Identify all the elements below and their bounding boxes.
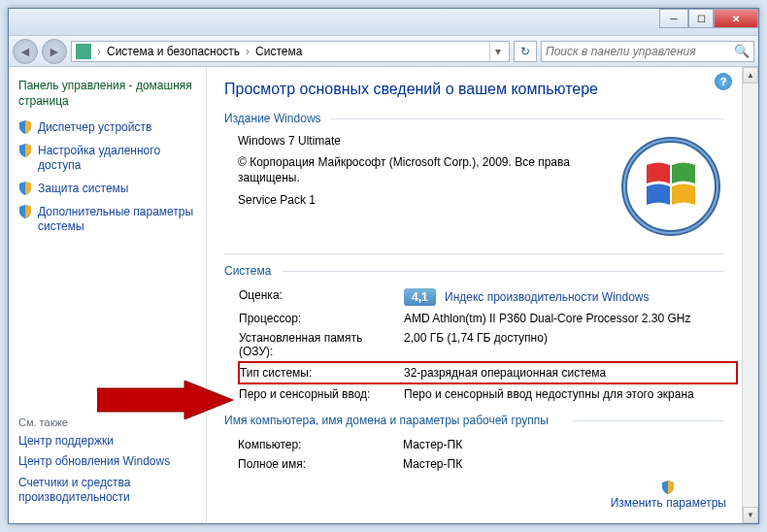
system-properties-window: ─ ☐ ✕ ◄ ► › Система и безопасность › Сис… [8, 8, 759, 524]
row-ram: Установленная память (ОЗУ): 2,00 ГБ (1,7… [239, 328, 737, 362]
chevron-right-icon: › [95, 45, 103, 58]
sidebar: Панель управления - домашняя страница Ди… [9, 67, 207, 523]
pen-touch-value: Перо и сенсорный ввод недоступны для это… [404, 383, 737, 404]
system-type-value: 32-разрядная операционная система [404, 362, 737, 383]
row-pen-touch: Перо и сенсорный ввод: Перо и сенсорный … [239, 383, 737, 404]
control-panel-icon [76, 44, 91, 59]
shield-icon [18, 182, 32, 195]
refresh-button[interactable]: ↻ [514, 41, 537, 62]
chevron-right-icon: › [244, 45, 251, 58]
sidebar-device-manager[interactable]: Диспетчер устройств [18, 120, 196, 136]
performance-index-link[interactable]: Индекс производительности Windows [445, 290, 649, 304]
shield-icon [18, 205, 32, 218]
page-title: Просмотр основных сведений о вашем компь… [224, 81, 724, 98]
sidebar-link-label: Защита системы [38, 182, 128, 197]
window-controls: ─ ☐ ✕ [659, 9, 758, 28]
row-system-type: Тип системы: 32-разрядная операционная с… [239, 362, 737, 383]
fullname-label: Полное имя: [238, 454, 403, 474]
scroll-up-button[interactable]: ▲ [743, 67, 758, 83]
change-settings-link[interactable]: Изменить параметры [611, 481, 726, 510]
computer-value: Мастер-ПК [403, 435, 738, 454]
control-panel-home-link[interactable]: Панель управления - домашняя страница [18, 79, 196, 109]
ram-label: Установленная память (ОЗУ): [239, 328, 404, 362]
maximize-button[interactable]: ☐ [688, 9, 714, 28]
system-properties-table: Оценка: 4,1 Индекс производительности Wi… [238, 285, 738, 404]
breadcrumb-dropdown[interactable]: ▾ [489, 42, 505, 61]
computer-label: Компьютер: [238, 435, 403, 454]
fullname-value: Мастер-ПК [403, 454, 738, 474]
sidebar-system-protection[interactable]: Защита системы [18, 182, 196, 197]
help-button[interactable]: ? [715, 73, 732, 90]
sidebar-performance-tools[interactable]: Счетчики и средства производительности [18, 476, 196, 506]
shield-icon [18, 144, 32, 157]
sidebar-link-label: Диспетчер устройств [38, 120, 151, 136]
search-box[interactable]: 🔍 [541, 41, 754, 62]
search-icon: 🔍 [734, 44, 750, 58]
minimize-button[interactable]: ─ [659, 9, 688, 28]
processor-label: Процессор: [239, 309, 404, 328]
rating-label: Оценка: [239, 285, 404, 309]
processor-value: AMD Athlon(tm) II P360 Dual-Core Process… [404, 309, 737, 328]
change-settings-label: Изменить параметры [611, 496, 726, 510]
shield-icon [661, 481, 675, 494]
row-processor: Процессор: AMD Athlon(tm) II P360 Dual-C… [239, 309, 737, 328]
windows-logo [617, 133, 724, 240]
search-input[interactable] [546, 45, 734, 58]
group-windows-edition: Издание Windows [224, 112, 724, 125]
group-system: Система [224, 264, 724, 278]
sidebar-remote-settings[interactable]: Настройка удаленного доступа [18, 144, 196, 174]
svg-point-1 [624, 140, 717, 233]
windows-edition: Windows 7 Ultimate [238, 133, 598, 149]
breadcrumb-security[interactable]: Система и безопасность [107, 45, 240, 58]
rating-badge: 4,1 [404, 288, 436, 306]
ram-value: 2,00 ГБ (1,74 ГБ доступно) [404, 328, 737, 362]
close-button[interactable]: ✕ [714, 9, 758, 28]
computer-name-table: Компьютер: Мастер-ПК Полное имя: Мастер-… [238, 435, 738, 474]
service-pack: Service Pack 1 [238, 192, 598, 208]
sidebar-action-center[interactable]: Центр поддержки [18, 434, 196, 449]
breadcrumb-system[interactable]: Система [255, 45, 302, 58]
content-pane: ? Просмотр основных сведений о вашем ком… [207, 67, 742, 523]
see-also-label: См. также [18, 416, 196, 428]
sidebar-advanced-settings[interactable]: Дополнительные параметры системы [18, 205, 196, 235]
sidebar-link-label: Дополнительные параметры системы [38, 205, 196, 235]
scroll-down-button[interactable]: ▼ [743, 507, 758, 523]
shield-icon [18, 120, 32, 134]
sidebar-link-label: Настройка удаленного доступа [38, 144, 196, 174]
pen-touch-label: Перо и сенсорный ввод: [239, 383, 404, 404]
system-type-label: Тип системы: [239, 362, 404, 383]
forward-button[interactable]: ► [42, 39, 67, 64]
back-button[interactable]: ◄ [13, 39, 38, 64]
scroll-track[interactable] [743, 83, 758, 507]
group-computer-name: Имя компьютера, имя домена и параметры р… [224, 414, 724, 427]
breadcrumb[interactable]: › Система и безопасность › Система ▾ [71, 41, 510, 62]
sidebar-windows-update[interactable]: Центр обновления Windows [18, 454, 196, 470]
vertical-scrollbar[interactable]: ▲ ▼ [742, 67, 758, 523]
navigation-bar: ◄ ► › Система и безопасность › Система ▾… [9, 36, 758, 67]
row-computer: Компьютер: Мастер-ПК [238, 435, 738, 454]
titlebar: ─ ☐ ✕ [9, 9, 758, 36]
row-rating: Оценка: 4,1 Индекс производительности Wi… [239, 285, 737, 309]
row-fullname: Полное имя: Мастер-ПК [238, 454, 738, 474]
copyright-text: © Корпорация Майкрософт (Microsoft Corp.… [238, 154, 598, 185]
